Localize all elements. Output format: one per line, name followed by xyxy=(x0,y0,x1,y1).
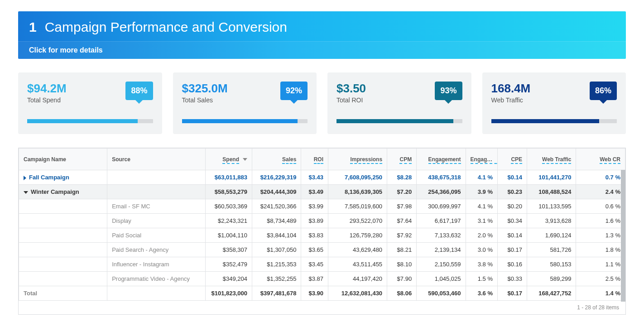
cell-value: $3.83 xyxy=(301,228,328,243)
cell-value: $3.65 xyxy=(301,243,328,257)
cell-value: $1,215,353 xyxy=(252,257,301,272)
kpi-value: $325.0M xyxy=(182,82,228,96)
table-row[interactable]: Paid Social$1,004,110$3,844,104$3.83126,… xyxy=(19,228,625,243)
cell-source xyxy=(107,286,206,301)
header-subtitle-link[interactable]: Click for more details xyxy=(18,41,626,59)
kpi-value: 168.4M xyxy=(491,82,531,96)
cell-value: 3.0 % xyxy=(466,243,497,257)
cell-campaign-name xyxy=(19,199,107,214)
column-header[interactable]: CPM xyxy=(387,149,417,170)
cell-source: Email - SF MC xyxy=(107,199,206,214)
cell-value: $7.98 xyxy=(387,199,417,214)
cell-value: 168,427,752 xyxy=(527,286,576,301)
cell-value: $0.23 xyxy=(498,185,527,199)
cell-value: 300,699,997 xyxy=(417,199,466,214)
column-header[interactable]: Engagement xyxy=(417,149,466,170)
cell-value: $1,004,110 xyxy=(205,228,252,243)
table-row[interactable]: Programmatic Video - Agency$349,204$1,35… xyxy=(19,272,625,286)
cell-value: 1.8 % xyxy=(576,243,625,257)
cell-value: 4.1 % xyxy=(466,199,497,214)
cell-value: 1,045,025 xyxy=(417,272,466,286)
column-header[interactable]: Sales xyxy=(252,149,301,170)
cell-value: $7.90 xyxy=(387,272,417,286)
column-header[interactable]: Campaign Name xyxy=(19,149,107,170)
kpi-card[interactable]: $325.0MTotal Sales92% xyxy=(173,72,317,134)
cell-campaign-name xyxy=(19,257,107,272)
kpi-card[interactable]: $3.50Total ROI93% xyxy=(327,72,471,134)
cell-value: 1.6 % xyxy=(576,214,625,228)
cell-source xyxy=(107,185,206,199)
cell-value: $1,307,050 xyxy=(252,243,301,257)
table-row[interactable]: Total$101,823,000$397,481,678$3.9012,632… xyxy=(19,286,625,301)
cell-value: $3.49 xyxy=(301,185,328,199)
cell-value: 3,913,628 xyxy=(527,214,576,228)
cell-value: 0.7 % xyxy=(576,170,625,185)
cell-value: 3.9 % xyxy=(466,185,497,199)
kpi-label: Total Spend xyxy=(27,96,67,104)
column-header[interactable]: ROI xyxy=(301,149,328,170)
kpi-badge: 92% xyxy=(280,82,308,100)
kpi-progress xyxy=(336,119,462,123)
cell-value: $3.99 xyxy=(301,199,328,214)
cell-campaign-name: Total xyxy=(19,286,107,301)
cell-value: 8,136,639,305 xyxy=(328,185,387,199)
cell-value: $397,481,678 xyxy=(252,286,301,301)
table-row[interactable]: Display$2,243,321$8,734,489$3.89293,522,… xyxy=(19,214,625,228)
cell-value: 108,488,524 xyxy=(527,185,576,199)
cell-value: $63,011,883 xyxy=(205,170,252,185)
column-header[interactable]: Engag. Rate xyxy=(466,149,497,170)
cell-value: $216,229,319 xyxy=(252,170,301,185)
cell-value: $0.17 xyxy=(498,286,527,301)
table-body: Fall Campaign$63,011,883$216,229,319$3.4… xyxy=(19,170,625,301)
kpi-card[interactable]: $94.2MTotal Spend88% xyxy=(18,72,162,134)
table-row[interactable]: Influencer - Instagram$352,479$1,215,353… xyxy=(19,257,625,272)
cell-value: 12,632,081,430 xyxy=(328,286,387,301)
expand-icon[interactable] xyxy=(24,176,26,180)
table-row[interactable]: Paid Search - Agency$358,307$1,307,050$3… xyxy=(19,243,625,257)
cell-source: Display xyxy=(107,214,206,228)
page-header: 1 Campaign Performance and Conversion Cl… xyxy=(18,11,626,59)
column-header[interactable]: Web CR xyxy=(576,149,625,170)
page-title: Campaign Performance and Conversion xyxy=(45,19,287,35)
kpi-card[interactable]: 168.4MWeb Traffic86% xyxy=(482,72,626,134)
cell-value: $101,823,000 xyxy=(205,286,252,301)
cell-value: 43,511,455 xyxy=(328,257,387,272)
table-row[interactable]: Winter Campaign$58,553,279$204,444,309$3… xyxy=(19,185,625,199)
cell-value: 2,139,134 xyxy=(417,243,466,257)
table-row[interactable]: Email - SF MC$60,503,369$241,520,366$3.9… xyxy=(19,199,625,214)
cell-value: 2,150,559 xyxy=(417,257,466,272)
cell-value: 589,299 xyxy=(527,272,576,286)
table-row[interactable]: Fall Campaign$63,011,883$216,229,319$3.4… xyxy=(19,170,625,185)
cell-value: $3.89 xyxy=(301,214,328,228)
column-header[interactable]: Web Traffic xyxy=(527,149,576,170)
cell-value: 6,617,197 xyxy=(417,214,466,228)
cell-value: $204,444,309 xyxy=(252,185,301,199)
kpi-cards: $94.2MTotal Spend88%$325.0MTotal Sales92… xyxy=(18,72,626,134)
cell-source: Programmatic Video - Agency xyxy=(107,272,206,286)
cell-value: $358,307 xyxy=(205,243,252,257)
cell-value: 4.1 % xyxy=(466,170,497,185)
column-header[interactable]: CPE xyxy=(498,149,527,170)
cell-value: $0.14 xyxy=(498,228,527,243)
column-header[interactable]: Impressions xyxy=(328,149,387,170)
collapse-icon[interactable] xyxy=(24,191,28,194)
kpi-label: Total Sales xyxy=(182,96,228,104)
cell-value: $3.90 xyxy=(301,286,328,301)
scrollbar[interactable] xyxy=(621,170,625,302)
cell-value: 44,197,420 xyxy=(328,272,387,286)
column-header[interactable]: Source xyxy=(107,149,206,170)
cell-value: 7,608,095,250 xyxy=(328,170,387,185)
cell-campaign-name xyxy=(19,272,107,286)
cell-campaign-name xyxy=(19,228,107,243)
header-top: 1 Campaign Performance and Conversion xyxy=(18,11,626,41)
kpi-value: $3.50 xyxy=(336,82,366,96)
cell-value: 438,675,318 xyxy=(417,170,466,185)
column-header[interactable]: Spend xyxy=(205,149,252,170)
cell-value: $8.28 xyxy=(387,170,417,185)
cell-value: $7.92 xyxy=(387,228,417,243)
cell-value: $0.14 xyxy=(498,170,527,185)
cell-value: 126,759,280 xyxy=(328,228,387,243)
cell-value: 3.1 % xyxy=(466,214,497,228)
cell-value: 293,522,070 xyxy=(328,214,387,228)
cell-value: $0.17 xyxy=(498,243,527,257)
